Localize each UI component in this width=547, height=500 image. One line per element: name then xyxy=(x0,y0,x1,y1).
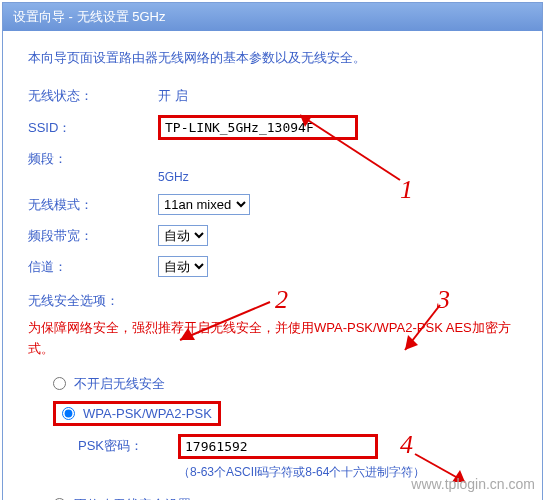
wpa-highlight-box: WPA-PSK/WPA2-PSK xyxy=(53,401,221,426)
row-psk: PSK密码： xyxy=(78,434,517,459)
psk-label: PSK密码： xyxy=(78,437,178,455)
title-bar: 设置向导 - 无线设置 5GHz xyxy=(3,3,542,31)
radio-keep-label: 不修改无线安全设置 xyxy=(74,496,191,500)
mode-select[interactable]: 11an mixed xyxy=(158,194,250,215)
content-area: 本向导页面设置路由器无线网络的基本参数以及无线安全。 无线状态： 开 启 SSI… xyxy=(3,31,542,500)
psk-input[interactable] xyxy=(178,434,378,459)
ssid-input[interactable] xyxy=(158,115,358,140)
ssid-label: SSID： xyxy=(28,119,158,137)
radio-wpa-label: WPA-PSK/WPA2-PSK xyxy=(83,406,212,421)
band-value: 5GHz xyxy=(158,170,517,184)
security-warning: 为保障网络安全，强烈推荐开启无线安全，并使用WPA-PSK/WPA2-PSK A… xyxy=(28,318,517,360)
watermark: www.tplogin.cn.com xyxy=(411,476,535,492)
security-section-label: 无线安全选项： xyxy=(28,292,517,310)
row-channel: 信道： 自动 xyxy=(28,256,517,277)
row-status: 无线状态： 开 启 xyxy=(28,87,517,105)
radio-row-none: 不开启无线安全 xyxy=(53,375,517,393)
settings-window: 设置向导 - 无线设置 5GHz 本向导页面设置路由器无线网络的基本参数以及无线… xyxy=(2,2,543,500)
radio-none-label: 不开启无线安全 xyxy=(74,375,165,393)
radio-row-keep: 不修改无线安全设置 xyxy=(53,496,517,500)
window-title: 设置向导 - 无线设置 5GHz xyxy=(13,9,165,24)
status-value: 开 启 xyxy=(158,87,188,105)
row-ssid: SSID： xyxy=(28,115,517,140)
bandwidth-select[interactable]: 自动 xyxy=(158,225,208,246)
bandwidth-label: 频段带宽： xyxy=(28,227,158,245)
row-mode: 无线模式： 11an mixed xyxy=(28,194,517,215)
row-band: 频段： xyxy=(28,150,517,168)
row-bandwidth: 频段带宽： 自动 xyxy=(28,225,517,246)
radio-none[interactable] xyxy=(53,377,66,390)
radio-wpa[interactable] xyxy=(62,407,75,420)
band-label: 频段： xyxy=(28,150,158,168)
status-label: 无线状态： xyxy=(28,87,158,105)
radio-row-wpa: WPA-PSK/WPA2-PSK xyxy=(53,401,517,426)
channel-select[interactable]: 自动 xyxy=(158,256,208,277)
channel-label: 信道： xyxy=(28,258,158,276)
intro-text: 本向导页面设置路由器无线网络的基本参数以及无线安全。 xyxy=(28,49,517,67)
mode-label: 无线模式： xyxy=(28,196,158,214)
